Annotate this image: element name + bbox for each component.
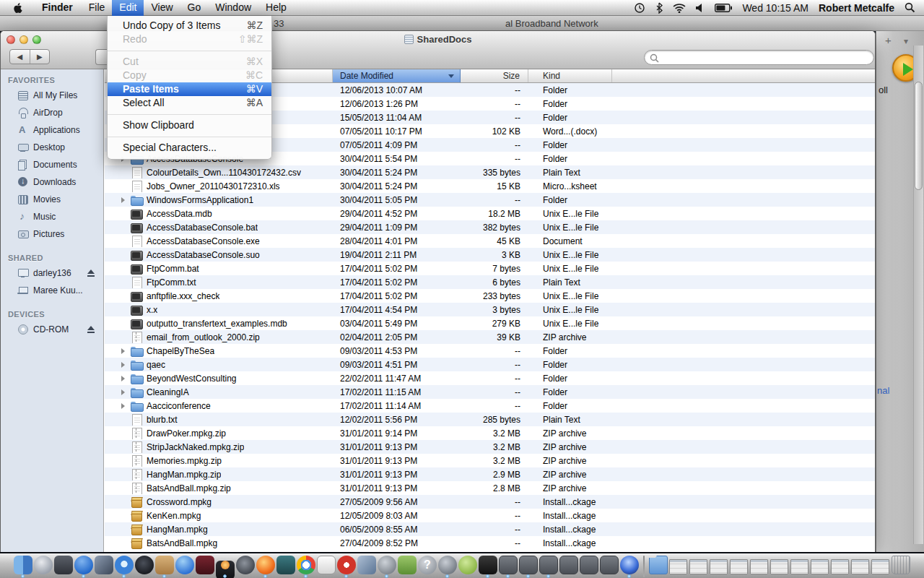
gimp[interactable] [378,556,396,575]
safari[interactable] [115,556,134,575]
system-preferences[interactable] [236,556,255,575]
server-volume[interactable] [499,556,518,575]
minimized-window[interactable] [831,556,850,575]
disclosure-triangle-icon[interactable] [121,376,125,381]
column-header-date-modified[interactable]: Date Modified [333,69,461,82]
BatsAndBall.mpkg[interactable]: BatsAndBall.mpkg 27/04/2009 8:52 PM -- I… [105,536,875,550]
AccessData.mdb[interactable]: AccessData.mdb 29/04/2011 4:52 PM 18.2 M… [105,207,875,220]
FtpComm.bat[interactable]: FtpComm.bat 17/04/2011 5:02 PM 7 bytes U… [105,262,875,275]
sidebar-item-music[interactable]: Music [1,208,103,225]
menu-bar-item[interactable]: Window [208,0,258,16]
BeyondWestConsulting[interactable]: BeyondWestConsulting 22/02/2011 11:47 AM… [105,371,875,385]
sidebar-item-movies[interactable]: Movies [1,191,103,208]
itunes[interactable] [175,556,194,575]
volume-icon[interactable] [696,3,705,13]
forward-button[interactable]: ▶ [30,50,50,64]
disclosure-triangle-icon[interactable] [121,403,125,409]
search-input[interactable] [644,50,874,65]
sidebar-item-desktop[interactable]: Desktop [1,139,103,156]
app-store[interactable] [74,556,93,575]
ChapelByTheSea[interactable]: ChapelByTheSea 09/03/2011 4:53 PM -- Fol… [105,344,875,358]
ColourDetails_Own...110430172432.csv[interactable]: ColourDetails_Own...110430172432.csv 30/… [105,165,875,179]
Show Clipboard[interactable]: Show Clipboard [108,118,271,132]
dock-divider[interactable] [640,556,648,575]
quicktime[interactable] [135,556,154,575]
opera[interactable] [337,556,356,575]
preview[interactable] [95,556,113,575]
network-globe[interactable] [438,556,457,575]
server-volume[interactable] [539,556,558,575]
time-machine-icon[interactable] [634,2,645,14]
sidebar-item-pictures[interactable]: Pictures [1,225,103,243]
back-button[interactable]: ◀ [10,50,30,64]
column-header-size[interactable]: Size [461,69,528,82]
minimized-window[interactable] [790,556,809,575]
Jobs_Owner_20110430172310.xls[interactable]: Jobs_Owner_20110430172310.xls 30/04/2011… [105,179,875,193]
StripJackNaked.mpkg.zip[interactable]: StripJackNaked.mpkg.zip 31/01/2011 9:13 … [105,440,875,454]
minimized-window[interactable] [750,556,769,575]
minimized-window[interactable] [770,556,789,575]
Aacciconference[interactable]: Aacciconference 17/02/2011 11:14 AM -- F… [105,399,875,413]
battery-icon[interactable] [715,4,732,12]
AccessDatabaseConsole.suo[interactable]: AccessDatabaseConsole.suo 19/04/2011 2:1… [105,248,875,262]
sidebar-item-documents[interactable]: Documents [1,156,103,173]
server-volume[interactable] [519,556,538,575]
finder[interactable] [14,556,32,575]
imovie[interactable] [196,556,214,575]
minimized-window[interactable] [689,556,708,575]
DrawPoker.mpkg.zip[interactable]: DrawPoker.mpkg.zip 31/01/2011 9:14 PM 3.… [105,426,875,440]
disclosure-triangle-icon[interactable] [121,389,125,395]
column-header-kind[interactable]: Kind [528,69,612,82]
Undo Copy of 3 Items[interactable]: Undo Copy of 3 Items ⌘Z [108,19,271,33]
qaec[interactable]: qaec 09/03/2011 4:51 PM -- Folder [105,358,875,371]
menu-bar-item[interactable]: Edit [112,0,144,16]
HangMan.mpkg.zip[interactable]: HangMan.mpkg.zip 31/01/2011 9:13 PM 2.9 … [105,467,875,481]
chevron-down-icon[interactable]: ▾ [904,36,908,46]
add-icon[interactable]: + [885,34,892,46]
menu-bar-item[interactable]: Finder [33,0,82,16]
minimized-window[interactable] [811,556,829,575]
sidebar-item-airdrop[interactable]: AirDrop [1,104,103,121]
fast-user-switching-menu[interactable]: Robert Metcalfe [819,2,894,14]
xcode[interactable] [357,556,376,575]
iphoto[interactable] [216,556,235,575]
help-viewer[interactable] [418,556,437,575]
minimized-window[interactable] [851,556,870,575]
menu-bar-item[interactable]: View [144,0,180,16]
Redo[interactable]: Redo ⇧⌘Z [108,33,271,46]
spotlight-icon[interactable] [905,2,915,13]
eject-icon[interactable] [87,269,95,277]
Select All[interactable]: Select All ⌘A [108,96,271,110]
background-scrollbar[interactable] [913,46,923,544]
minimized-window[interactable] [871,556,890,575]
anftpfile.xxx_check[interactable]: anftpfile.xxx_check 17/04/2011 5:02 PM 2… [105,289,875,303]
background-scrollbar-thumb[interactable] [915,82,923,190]
view-mode-button-partial[interactable] [95,49,108,65]
FtpComm.txt[interactable]: FtpComm.txt 17/04/2011 5:02 PM 6 bytes P… [105,275,875,289]
menu-bar-item[interactable]: File [82,0,113,16]
wifi-icon[interactable] [673,3,686,13]
chrome[interactable] [297,556,315,575]
x.x[interactable]: x.x 17/04/2011 4:54 PM 3 bytes Unix E...… [105,303,875,316]
WindowsFormsApplication1[interactable]: WindowsFormsApplication1 30/04/2011 5:05… [105,193,875,207]
eject-icon[interactable] [87,326,95,333]
Copy[interactable]: Copy ⌘C [108,69,271,82]
Special Characters...[interactable]: Special Characters... [108,141,271,155]
BatsAndBall.mpkg.zip[interactable]: BatsAndBall.mpkg.zip 31/01/2011 9:13 PM … [105,481,875,495]
server-volume[interactable] [559,556,578,575]
outputto_transfertext_examples.mdb[interactable]: outputto_transfertext_examples.mdb 03/04… [105,316,875,330]
menu-item[interactable] [108,46,271,55]
sidebar-item-darley136[interactable]: darley136 [1,264,103,282]
clock[interactable]: Wed 10:15 AM [742,2,808,14]
iweb[interactable] [276,556,295,575]
Memories.mpkg.zip[interactable]: Memories.mpkg.zip 31/01/2011 9:13 PM 3.2… [105,454,875,467]
menu-bar-item[interactable]: Go [180,0,209,16]
disclosure-triangle-icon[interactable] [121,197,125,203]
server-volume[interactable] [580,556,598,575]
apple-menu-icon[interactable] [0,0,33,16]
sidebar-item-cd-rom[interactable]: CD-ROM [1,321,103,338]
AccessDatabaseConsole.bat[interactable]: AccessDatabaseConsole.bat 29/04/2011 1:0… [105,220,875,234]
minimized-window[interactable] [710,556,728,575]
image-app[interactable] [398,556,417,575]
mission-control[interactable] [54,556,73,575]
